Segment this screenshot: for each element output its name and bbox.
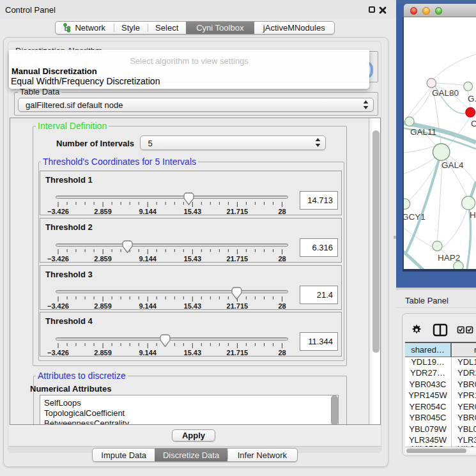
svg-text:GCY1: GCY1 <box>404 212 426 222</box>
svg-text:C: C <box>471 119 476 128</box>
svg-text:H: H <box>470 210 476 220</box>
svg-text:G.: G. <box>468 94 476 104</box>
svg-text:GAL11: GAL11 <box>410 127 436 137</box>
svg-text:HAP2: HAP2 <box>438 253 460 263</box>
svg-text:GAL4: GAL4 <box>441 160 464 170</box>
svg-text:GAL80: GAL80 <box>432 88 459 98</box>
